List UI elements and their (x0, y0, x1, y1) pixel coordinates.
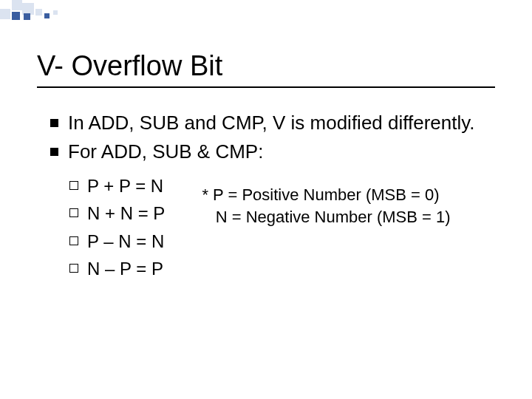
sub-bullet-text: P – N = N (87, 231, 164, 251)
sub-bullet-text: N – P = P (87, 259, 163, 279)
sub-bullet-text: P + P = N (87, 176, 163, 196)
bullet-text: For ADD, SUB & CMP: (68, 140, 263, 163)
sub-bullet-item: N – P = P (69, 255, 165, 282)
corner-decoration (0, 0, 81, 22)
bullet-text: In ADD, SUB and CMP, V is modified diffe… (68, 112, 475, 134)
sub-bullet-item: P – N = N (69, 228, 165, 255)
footnote: * P = Positive Number (MSB = 0) N = Nega… (202, 184, 450, 228)
sub-bullet-item: N + N = P (69, 200, 165, 227)
sub-bullet-text: N + N = P (87, 203, 165, 223)
bullet-item: In ADD, SUB and CMP, V is modified diffe… (50, 110, 495, 136)
bullet-item: For ADD, SUB & CMP: (50, 139, 495, 165)
sub-row: P + P = N N + N = P P – N = N N – P = P … (37, 168, 495, 282)
sub-bullets: P + P = N N + N = P P – N = N N – P = P (37, 172, 165, 282)
slide-content: V- Overflow Bit In ADD, SUB and CMP, V i… (0, 0, 532, 282)
sub-bullet-item: P + P = N (69, 172, 165, 200)
slide-title: V- Overflow Bit (37, 50, 495, 82)
title-underline (37, 86, 495, 88)
main-bullets: In ADD, SUB and CMP, V is modified diffe… (37, 110, 495, 165)
